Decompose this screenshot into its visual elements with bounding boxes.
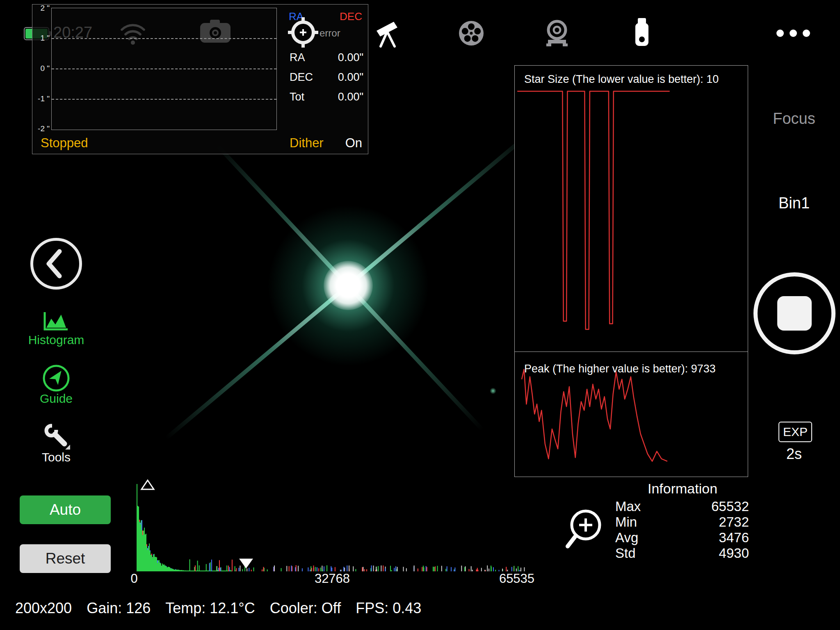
guide-y-tick: 0 " <box>33 64 50 73</box>
histogram-label[interactable]: Histogram <box>15 333 97 347</box>
app-root: 20:27 2 " 1 " 0 " -1 " -2 " RA DEC <box>0 0 840 630</box>
guide-error-plot <box>51 8 277 130</box>
star-size-graph: Star Size (The lower value is better): 1… <box>515 66 748 352</box>
guide-row-dec: DEC0.00" <box>290 71 363 84</box>
telescope-icon[interactable] <box>372 18 403 50</box>
white-level-marker[interactable] <box>238 558 254 571</box>
info-row-avg: Avg3476 <box>615 530 749 546</box>
exposure-label: EXP <box>783 425 808 439</box>
status-cooler: Cooler: Off <box>270 600 341 617</box>
tools-icon <box>41 422 71 451</box>
stop-icon <box>777 296 812 331</box>
status-gain: Gain: 126 <box>87 600 151 617</box>
exposure-button[interactable]: EXP <box>778 422 812 442</box>
guide-status: Stopped <box>41 136 88 151</box>
zoom-icon[interactable] <box>561 507 607 555</box>
info-row-max: Max65532 <box>615 499 749 514</box>
camera-status-line: 200x200 Gain: 126 Temp: 12.1°C Cooler: O… <box>15 600 421 617</box>
information-title: Information <box>621 481 744 497</box>
guide-y-tick: -1 " <box>33 94 50 103</box>
reset-stretch-button[interactable]: Reset <box>20 544 111 573</box>
star-size-title: Star Size (The lower value is better): 1… <box>524 73 719 86</box>
filter-wheel-icon[interactable] <box>457 18 486 50</box>
guide-y-tick: 1 " <box>33 34 50 43</box>
exposure-time[interactable]: 2s <box>753 445 835 463</box>
guide-y-tick: -2 " <box>33 124 50 133</box>
error-label: error <box>320 27 340 39</box>
info-row-std: Std4930 <box>615 546 749 561</box>
guide-row-tot: Tot0.00" <box>290 91 363 103</box>
dither-label: Dither <box>290 136 324 151</box>
focus-mode-button[interactable]: Focus <box>753 110 835 128</box>
hist-x-tick-mid: 32768 <box>299 571 365 586</box>
focuser-icon[interactable] <box>542 18 572 50</box>
guide-icon <box>41 363 71 393</box>
peak-graph: Peak (The higher value is better): 9733 <box>515 352 748 477</box>
more-icon[interactable] <box>774 28 813 40</box>
chevron-left-icon <box>33 241 79 287</box>
faint-star <box>490 388 496 394</box>
back-button[interactable] <box>30 238 82 290</box>
dec-header: DEC <box>340 10 362 23</box>
tools-button[interactable] <box>41 422 71 453</box>
guide-button[interactable] <box>41 363 71 395</box>
info-row-min: Min2732 <box>615 514 749 530</box>
status-temp: Temp: 12.1°C <box>165 600 255 617</box>
dither-value: On <box>345 136 362 151</box>
star-core <box>324 261 373 310</box>
auto-stretch-button[interactable]: Auto <box>20 495 111 524</box>
stop-capture-button[interactable] <box>753 272 835 354</box>
guide-y-tick: 2 " <box>33 4 50 13</box>
status-resolution: 200x200 <box>15 600 72 617</box>
tools-label[interactable]: Tools <box>15 450 97 464</box>
black-level-marker[interactable] <box>140 479 155 492</box>
crosshair-icon <box>286 15 320 51</box>
histogram-icon <box>43 307 69 333</box>
guide-label[interactable]: Guide <box>15 392 97 406</box>
bin-selector[interactable]: Bin1 <box>753 194 835 212</box>
peak-title: Peak (The higher value is better): 9733 <box>524 363 716 375</box>
usb-drive-icon[interactable] <box>627 16 657 52</box>
focus-graphs-panel: Star Size (The lower value is better): 1… <box>514 65 748 477</box>
information-panel: Max65532 Min2732 Avg3476 Std4930 <box>615 499 749 561</box>
image-histogram <box>134 484 538 572</box>
hist-x-tick-max: 65535 <box>484 571 550 586</box>
hist-x-tick-0: 0 <box>126 571 142 586</box>
status-fps: FPS: 0.43 <box>356 600 421 617</box>
guide-graph-panel[interactable]: 2 " 1 " 0 " -1 " -2 " RA DEC error RA0.0… <box>32 4 368 154</box>
guide-row-ra: RA0.00" <box>290 51 363 64</box>
histogram-button[interactable] <box>43 307 69 335</box>
